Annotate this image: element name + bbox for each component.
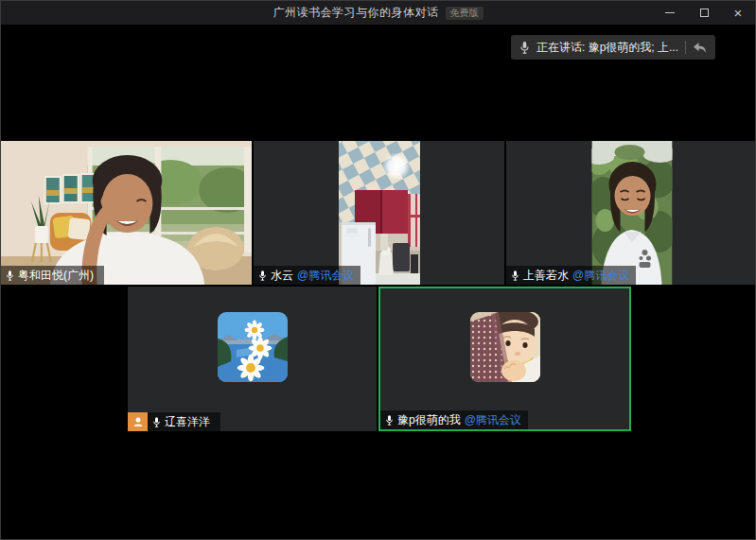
participant-name: 辽喜洋洋 [165,414,210,430]
participant-name: 豫p很萌的我 [397,412,461,428]
participant-label: 粤和田悦(广州) [1,266,104,285]
video-tile-shuiyun[interactable]: 水云 @腾讯会议 [254,141,504,285]
avatar-wrap [380,288,629,429]
video-feed-outdoors [591,141,672,285]
participant-label: 上善若水 @腾讯会议 [506,266,636,285]
close-icon: × [734,6,743,20]
mic-icon [152,416,161,428]
app-window: 广州读书会学习与你的身体对话 免费版 × 正在讲话: 豫p很萌的我; 上... [0,0,756,540]
video-area: 正在讲话: 豫p很萌的我; 上... [1,25,755,539]
participant-label: 豫p很萌的我 @腾讯会议 [380,410,528,429]
reply-arrow-icon[interactable] [693,42,707,54]
minimize-icon [665,12,675,13]
maximize-icon [700,9,709,17]
mic-icon [519,41,530,55]
speaking-toast: 正在讲话: 豫p很萌的我; 上... [511,35,715,60]
participant-suffix: @腾讯会议 [572,268,629,284]
avatar [218,312,288,382]
participant-name: 水云 [271,268,293,284]
avatar-wrap [128,287,377,431]
free-version-badge: 免费版 [446,7,483,20]
participant-suffix: @腾讯会议 [465,412,521,428]
mic-icon [258,270,267,282]
video-grid-top-row: 粤和田悦(广州) [1,141,756,285]
speaking-text: 正在讲话: 豫p很萌的我; 上... [536,40,678,56]
user-badge [128,412,148,431]
participant-name: 粤和田悦(广州) [18,268,94,284]
participant-label: 水云 @腾讯会议 [254,266,360,285]
video-feed-kitchen [339,141,420,285]
meeting-title: 广州读书会学习与你的身体对话 [273,5,439,21]
avatar [470,312,540,382]
video-grid-bottom-row: 辽喜洋洋 [128,287,631,431]
mic-icon [511,270,519,282]
titlebar[interactable]: 广州读书会学习与你的身体对话 免费版 × [1,1,755,25]
video-feed-living-room [1,141,252,285]
mic-icon [385,414,394,427]
video-tile-liaoxiyangyang[interactable]: 辽喜洋洋 [128,287,377,431]
title-wrap: 广州读书会学习与你的身体对话 免费版 [273,5,483,21]
close-button[interactable]: × [721,1,755,25]
toast-divider [685,41,686,54]
participant-label: 辽喜洋洋 [128,412,220,431]
video-tile-shangshanruoshui[interactable]: 上善若水 @腾讯会议 [506,141,756,285]
participant-name: 上善若水 [523,268,569,284]
window-controls: × [653,1,755,25]
video-tile-yuehetianyue[interactable]: 粤和田悦(广州) [1,141,252,285]
user-badge-icon [132,416,144,427]
minimize-button[interactable] [653,1,687,25]
mic-icon [6,270,14,282]
video-tile-yup-active-speaker[interactable]: 豫p很萌的我 @腾讯会议 [378,287,631,431]
participant-suffix: @腾讯会议 [297,268,354,284]
maximize-button[interactable] [687,1,721,25]
